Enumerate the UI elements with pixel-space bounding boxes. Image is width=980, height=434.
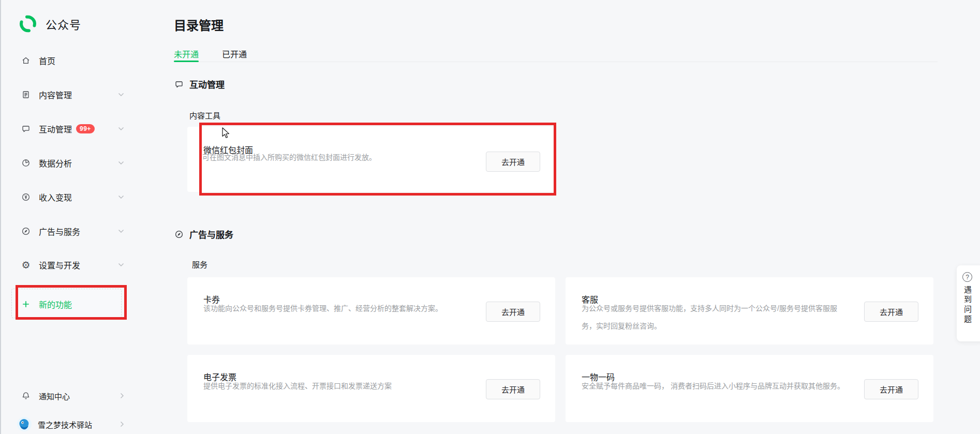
group-label-content-tools: 内容工具: [189, 110, 220, 121]
tab-divider: [174, 62, 938, 62]
feature-description: 为公众号或服务号提供客服功能，支持多人同时为一个公众号/服务号提供客服服务，实时…: [582, 300, 851, 335]
compass-icon: [21, 226, 31, 236]
chevron-down-icon: [118, 93, 124, 97]
feature-card-redpacket-cover: 微信红包封面 可在图文消息中插入所购买的微信红包封面进行发放。 去开通: [187, 127, 555, 192]
sidebar-item-label: 广告与服务: [39, 225, 80, 237]
chevron-down-icon: [118, 195, 124, 199]
section-title: 互动管理: [189, 78, 225, 91]
feature-description: 提供电子发票的标准化接入流程、开票接口和发票递送方案: [203, 377, 392, 395]
help-widget[interactable]: ? 遇到问题: [957, 265, 980, 341]
active-tab-underline: [174, 61, 199, 62]
sidebar-item-label: 内容管理: [39, 88, 72, 101]
page-title: 目录管理: [174, 16, 224, 34]
wechat-logo-icon: [19, 14, 37, 33]
sidebar-item-home[interactable]: 首页: [21, 50, 124, 71]
sidebar-item-label: 通知中心: [39, 391, 70, 401]
chevron-down-icon: [118, 127, 124, 131]
home-icon: [21, 55, 31, 66]
avatar: [17, 417, 32, 431]
tab-activated[interactable]: 已开通: [222, 48, 247, 60]
activate-button[interactable]: 去开通: [486, 152, 540, 172]
sidebar-item-content[interactable]: 内容管理: [21, 84, 124, 105]
tab-not-activated[interactable]: 未开通: [174, 48, 199, 60]
section-header-ads-services: 广告与服务: [174, 228, 233, 241]
yen-circle-icon: [21, 192, 31, 202]
activate-button[interactable]: 去开通: [864, 379, 918, 399]
sidebar-item-label: 设置与开发: [39, 259, 80, 271]
brand-name: 公众号: [46, 16, 81, 32]
unread-count-badge: 99+: [76, 124, 95, 133]
activate-button[interactable]: 去开通: [486, 379, 540, 399]
sidebar-item-analytics[interactable]: 数据分析: [21, 153, 124, 173]
sidebar-item-label: 雪之梦技术驿站: [38, 419, 92, 430]
chevron-right-icon: [120, 393, 124, 399]
sidebar-item-interaction[interactable]: 互动管理 99+: [21, 118, 124, 139]
chevron-down-icon: [118, 263, 124, 267]
bell-icon: [21, 391, 31, 401]
section-title: 广告与服务: [189, 228, 233, 241]
feature-card-customer-service: 客服 为公众号或服务号提供客服功能，支持多人同时为一个公众号/服务号提供客服服务…: [566, 277, 933, 345]
chevron-down-icon: [118, 229, 124, 233]
sidebar-item-label: 收入变现: [39, 191, 72, 203]
compass-icon: [174, 229, 184, 240]
chat-icon: [21, 124, 31, 134]
sidebar-item-settings[interactable]: ⚙ 设置与开发: [21, 255, 124, 275]
feature-description: 可在图文消息中插入所购买的微信红包封面进行发放。: [202, 148, 376, 166]
sidebar-item-new-features[interactable]: 新的功能: [21, 294, 124, 315]
activate-button[interactable]: 去开通: [864, 302, 918, 322]
question-icon: ?: [962, 272, 972, 282]
plus-icon: [21, 299, 31, 309]
pie-chart-icon: [21, 158, 31, 168]
sidebar-item-monetization[interactable]: 收入变现: [21, 187, 124, 207]
sidebar-item-notification-center[interactable]: 通知中心: [21, 385, 124, 406]
document-icon: [21, 89, 31, 100]
sidebar-item-label: 新的功能: [39, 298, 72, 310]
sidebar-item-label: 数据分析: [39, 157, 72, 169]
sidebar-item-account[interactable]: 雪之梦技术驿站: [17, 414, 124, 434]
feature-card-one-item-one-code: 一物一码 安全赋予每件商品唯一码， 消费者扫码后进入小程序与品牌互动并获取其他服…: [566, 355, 933, 422]
sidebar-item-ads-services[interactable]: 广告与服务: [21, 221, 124, 242]
help-label: 遇到问题: [961, 286, 973, 325]
feature-description: 该功能向公众号和服务号提供卡券管理、推广、经营分析的整套解决方案。: [203, 300, 442, 317]
feature-card-e-invoice: 电子发票 提供电子发票的标准化接入流程、开票接口和发票递送方案 去开通: [187, 355, 555, 422]
brand: 公众号: [19, 14, 81, 33]
chevron-right-icon: [120, 421, 124, 427]
sidebar-item-label: 首页: [39, 54, 55, 67]
activate-button[interactable]: 去开通: [486, 302, 540, 322]
window-left-edge: [0, 0, 1, 434]
chat-icon: [174, 79, 184, 89]
feature-description: 安全赋予每件商品唯一码， 消费者扫码后进入小程序与品牌互动并获取其他服务。: [582, 377, 844, 395]
section-header-interaction: 互动管理: [174, 78, 225, 91]
gear-icon: ⚙: [21, 260, 31, 270]
chevron-down-icon: [118, 161, 124, 165]
sidebar-item-label: 互动管理: [39, 123, 72, 135]
group-label-services: 服务: [192, 259, 207, 270]
feature-card-coupons: 卡券 该功能向公众号和服务号提供卡券管理、推广、经营分析的整套解决方案。 去开通: [187, 277, 555, 345]
wechat-official-account-admin: 公众号 首页 内容管理 互动管理: [0, 0, 980, 434]
